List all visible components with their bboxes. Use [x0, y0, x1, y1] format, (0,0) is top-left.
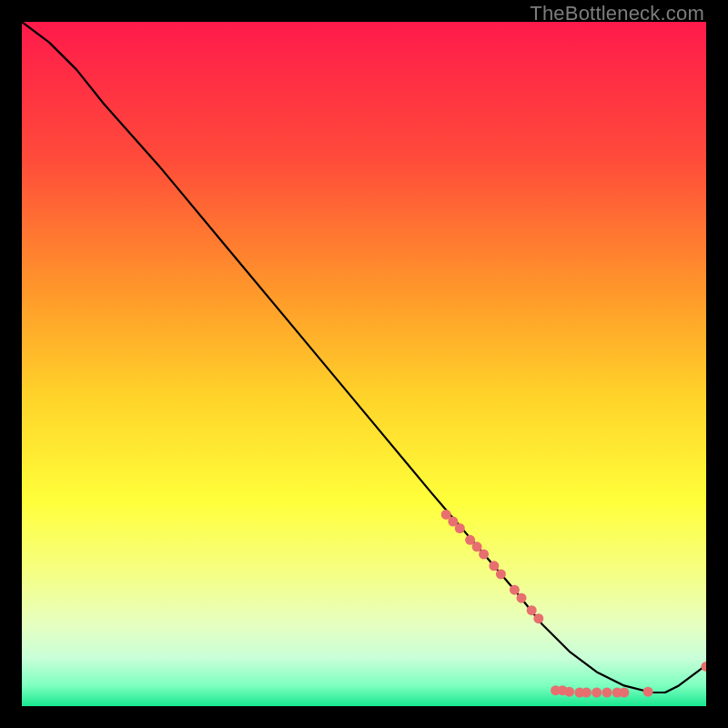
marker-dot [489, 561, 499, 571]
marker-dot [479, 550, 489, 560]
marker-dot [564, 687, 574, 697]
marker-dot [472, 541, 482, 551]
marker-dot [455, 523, 465, 533]
marker-dot [602, 688, 612, 698]
marker-dot [643, 687, 653, 697]
marker-dot [619, 688, 629, 698]
marker-dot [592, 688, 602, 698]
marker-dot [510, 585, 520, 595]
gradient-background [22, 22, 706, 706]
marker-dot [533, 613, 543, 623]
chart-frame [22, 22, 706, 706]
marker-dot [496, 569, 506, 579]
marker-dot [527, 605, 537, 615]
marker-dot [581, 688, 592, 698]
marker-dot [517, 593, 527, 603]
bottleneck-chart [22, 22, 706, 706]
